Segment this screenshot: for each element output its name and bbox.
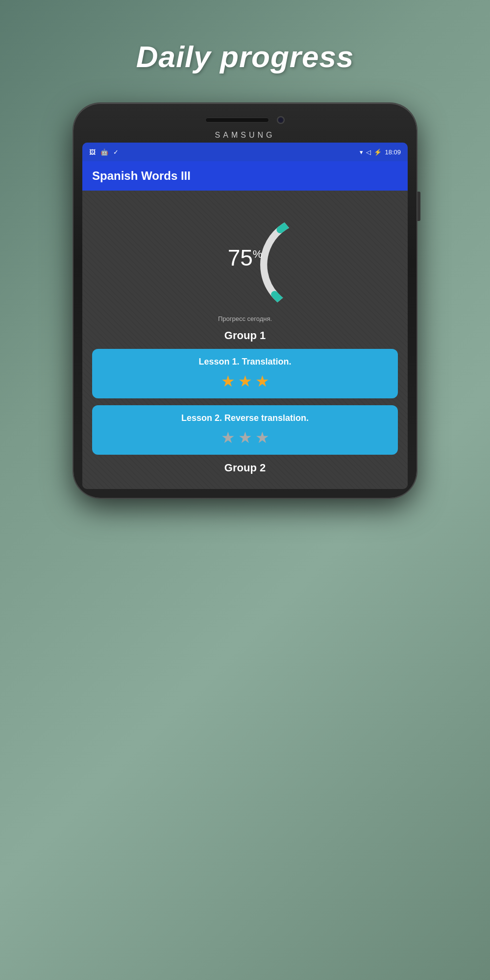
signal-icon: ◁ bbox=[366, 148, 371, 156]
status-bar-left: 🖼 🤖 ✓ bbox=[89, 148, 119, 156]
star-2: ★ bbox=[238, 372, 252, 391]
android-icon: 🤖 bbox=[100, 148, 108, 156]
page-title: Daily progress bbox=[136, 39, 354, 74]
wifi-icon: ▾ bbox=[360, 148, 363, 156]
lesson-1-stars: ★ ★ ★ bbox=[102, 372, 388, 391]
app-bar-title: Spanish Words III bbox=[92, 169, 398, 183]
battery-icon: ⚡ bbox=[374, 148, 382, 156]
percent-sign: % bbox=[253, 248, 263, 260]
image-icon: 🖼 bbox=[89, 148, 96, 156]
phone-speaker bbox=[205, 118, 269, 122]
phone-outer-shell: SAMSUNG 🖼 🤖 ✓ ▾ ◁ ⚡ 18:09 Spanish Wo bbox=[74, 103, 416, 498]
app-content: 75% Прогресс сегодня. Group 1 Lesson 1. … bbox=[82, 191, 408, 489]
phone-camera bbox=[277, 116, 285, 124]
lesson-2-title: Lesson 2. Reverse translation. bbox=[102, 413, 388, 423]
samsung-logo: SAMSUNG bbox=[82, 131, 408, 140]
phone-top-bar bbox=[82, 112, 408, 131]
progress-circle: 75% bbox=[191, 205, 299, 313]
status-bar-right: ▾ ◁ ⚡ 18:09 bbox=[360, 148, 401, 156]
group-1-label: Group 1 bbox=[92, 329, 398, 342]
lesson-1-card[interactable]: Lesson 1. Translation. ★ ★ ★ bbox=[92, 349, 398, 398]
star-4: ★ bbox=[221, 428, 235, 447]
star-3: ★ bbox=[255, 372, 270, 391]
star-6: ★ bbox=[255, 428, 270, 447]
status-time: 18:09 bbox=[385, 148, 401, 156]
progress-number: 75 bbox=[228, 245, 253, 270]
status-bar: 🖼 🤖 ✓ ▾ ◁ ⚡ 18:09 bbox=[82, 143, 408, 161]
lesson-2-stars: ★ ★ ★ bbox=[102, 428, 388, 447]
phone-screen: 🖼 🤖 ✓ ▾ ◁ ⚡ 18:09 Spanish Words III bbox=[82, 143, 408, 489]
app-bar: Spanish Words III bbox=[82, 161, 408, 191]
star-1: ★ bbox=[221, 372, 235, 391]
check-icon: ✓ bbox=[113, 148, 119, 156]
phone-device: SAMSUNG 🖼 🤖 ✓ ▾ ◁ ⚡ 18:09 Spanish Wo bbox=[74, 103, 416, 498]
group-2-label: Group 2 bbox=[92, 462, 398, 474]
progress-circle-container: 75% Прогресс сегодня. bbox=[92, 205, 398, 322]
lesson-1-title: Lesson 1. Translation. bbox=[102, 357, 388, 367]
lesson-2-card[interactable]: Lesson 2. Reverse translation. ★ ★ ★ bbox=[92, 405, 398, 455]
progress-value: 75% bbox=[228, 245, 263, 270]
power-button[interactable] bbox=[417, 192, 420, 221]
star-5: ★ bbox=[238, 428, 252, 447]
circle-center: 75% bbox=[228, 245, 263, 271]
